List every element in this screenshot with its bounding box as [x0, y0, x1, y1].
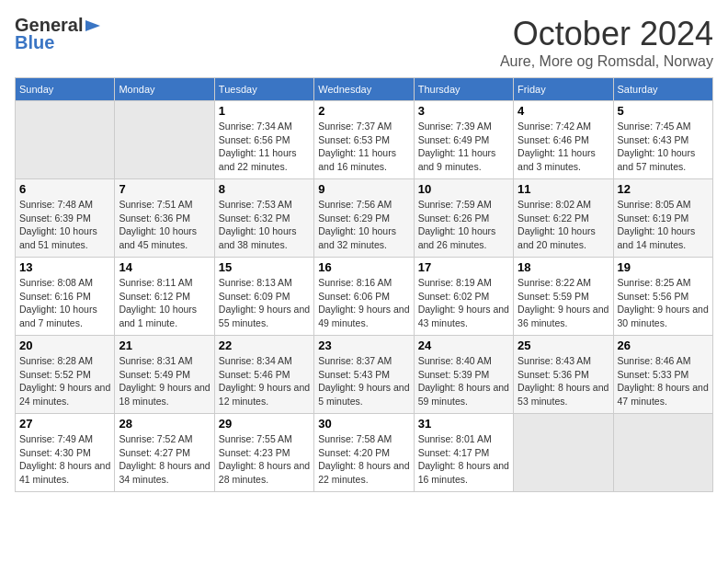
day-number: 29	[219, 417, 310, 431]
calendar-cell: 6Sunrise: 7:48 AM Sunset: 6:39 PM Daylig…	[16, 179, 115, 258]
day-info: Sunrise: 7:56 AM Sunset: 6:29 PM Dayligh…	[318, 198, 409, 252]
day-number: 28	[119, 417, 210, 431]
month-title: October 2024	[500, 15, 713, 53]
calendar-cell: 18Sunrise: 8:22 AM Sunset: 5:59 PM Dayli…	[514, 258, 613, 336]
day-number: 4	[518, 104, 609, 118]
calendar-cell: 30Sunrise: 7:58 AM Sunset: 4:20 PM Dayli…	[314, 414, 414, 492]
calendar-cell: 27Sunrise: 7:49 AM Sunset: 4:30 PM Dayli…	[16, 414, 115, 492]
day-info: Sunrise: 8:28 AM Sunset: 5:52 PM Dayligh…	[19, 354, 110, 408]
calendar-cell: 11Sunrise: 8:02 AM Sunset: 6:22 PM Dayli…	[514, 179, 613, 258]
day-info: Sunrise: 8:19 AM Sunset: 6:02 PM Dayligh…	[418, 276, 509, 330]
day-info: Sunrise: 8:46 AM Sunset: 5:33 PM Dayligh…	[618, 354, 709, 408]
day-number: 5	[618, 104, 709, 118]
day-info: Sunrise: 7:58 AM Sunset: 4:20 PM Dayligh…	[318, 432, 409, 487]
weekday-header-monday: Monday	[115, 78, 214, 101]
day-info: Sunrise: 7:53 AM Sunset: 6:32 PM Dayligh…	[219, 198, 310, 252]
day-number: 17	[418, 260, 509, 274]
day-info: Sunrise: 7:55 AM Sunset: 4:23 PM Dayligh…	[219, 432, 310, 487]
day-number: 16	[318, 260, 409, 274]
day-number: 20	[19, 339, 110, 352]
calendar-cell: 15Sunrise: 8:13 AM Sunset: 6:09 PM Dayli…	[214, 258, 313, 336]
day-info: Sunrise: 8:13 AM Sunset: 6:09 PM Dayligh…	[219, 276, 310, 330]
day-number: 19	[618, 260, 709, 274]
calendar-cell: 19Sunrise: 8:25 AM Sunset: 5:56 PM Dayli…	[613, 258, 712, 336]
day-info: Sunrise: 8:11 AM Sunset: 6:12 PM Dayligh…	[119, 276, 210, 330]
calendar-cell: 28Sunrise: 7:52 AM Sunset: 4:27 PM Dayli…	[115, 414, 214, 492]
calendar-cell: 3Sunrise: 7:39 AM Sunset: 6:49 PM Daylig…	[414, 101, 513, 179]
calendar-cell: 2Sunrise: 7:37 AM Sunset: 6:53 PM Daylig…	[314, 101, 414, 179]
weekday-header-sunday: Sunday	[16, 78, 115, 101]
day-info: Sunrise: 8:25 AM Sunset: 5:56 PM Dayligh…	[618, 276, 709, 330]
calendar-cell: 8Sunrise: 7:53 AM Sunset: 6:32 PM Daylig…	[214, 179, 313, 258]
calendar-cell: 5Sunrise: 7:45 AM Sunset: 6:43 PM Daylig…	[613, 101, 712, 179]
day-number: 23	[318, 339, 409, 352]
day-number: 30	[318, 417, 409, 431]
day-info: Sunrise: 8:37 AM Sunset: 5:43 PM Dayligh…	[318, 354, 409, 408]
calendar-cell: 7Sunrise: 7:51 AM Sunset: 6:36 PM Daylig…	[115, 179, 214, 258]
logo-flag-icon	[84, 18, 102, 33]
calendar-cell: 13Sunrise: 8:08 AM Sunset: 6:16 PM Dayli…	[16, 258, 115, 336]
calendar-cell: 23Sunrise: 8:37 AM Sunset: 5:43 PM Dayli…	[314, 336, 414, 414]
day-info: Sunrise: 7:48 AM Sunset: 6:39 PM Dayligh…	[19, 198, 110, 252]
day-number: 21	[119, 339, 210, 352]
calendar-cell: 24Sunrise: 8:40 AM Sunset: 5:39 PM Dayli…	[414, 336, 513, 414]
calendar-cell: 17Sunrise: 8:19 AM Sunset: 6:02 PM Dayli…	[414, 258, 513, 336]
day-info: Sunrise: 7:39 AM Sunset: 6:49 PM Dayligh…	[418, 120, 509, 174]
day-info: Sunrise: 8:22 AM Sunset: 5:59 PM Dayligh…	[518, 276, 609, 330]
day-info: Sunrise: 8:05 AM Sunset: 6:19 PM Dayligh…	[618, 198, 709, 252]
day-number: 22	[219, 339, 310, 352]
day-number: 26	[618, 339, 709, 352]
day-number: 18	[518, 260, 609, 274]
day-number: 11	[518, 182, 609, 196]
day-info: Sunrise: 7:42 AM Sunset: 6:46 PM Dayligh…	[518, 120, 609, 174]
day-number: 2	[318, 104, 409, 118]
svg-marker-0	[85, 20, 100, 31]
day-info: Sunrise: 7:49 AM Sunset: 4:30 PM Dayligh…	[19, 432, 110, 487]
weekday-header-tuesday: Tuesday	[214, 78, 313, 101]
calendar-cell: 12Sunrise: 8:05 AM Sunset: 6:19 PM Dayli…	[613, 179, 712, 258]
calendar-cell	[16, 101, 115, 179]
day-number: 15	[219, 260, 310, 274]
calendar-cell: 31Sunrise: 8:01 AM Sunset: 4:17 PM Dayli…	[414, 414, 513, 492]
calendar-cell: 25Sunrise: 8:43 AM Sunset: 5:36 PM Dayli…	[514, 336, 613, 414]
calendar-cell	[613, 414, 712, 492]
weekday-header-friday: Friday	[514, 78, 613, 101]
weekday-header-thursday: Thursday	[414, 78, 513, 101]
day-info: Sunrise: 8:34 AM Sunset: 5:46 PM Dayligh…	[219, 354, 310, 408]
calendar-cell: 29Sunrise: 7:55 AM Sunset: 4:23 PM Dayli…	[214, 414, 313, 492]
day-number: 10	[418, 182, 509, 196]
day-number: 3	[418, 104, 509, 118]
day-number: 14	[119, 260, 210, 274]
day-number: 25	[518, 339, 609, 352]
day-info: Sunrise: 8:01 AM Sunset: 4:17 PM Dayligh…	[418, 432, 509, 487]
day-number: 31	[418, 417, 509, 431]
day-number: 13	[19, 260, 110, 274]
day-info: Sunrise: 8:16 AM Sunset: 6:06 PM Dayligh…	[318, 276, 409, 330]
calendar-cell: 22Sunrise: 8:34 AM Sunset: 5:46 PM Dayli…	[214, 336, 313, 414]
calendar-cell: 4Sunrise: 7:42 AM Sunset: 6:46 PM Daylig…	[514, 101, 613, 179]
day-number: 8	[219, 182, 310, 196]
title-area: October 2024 Aure, More og Romsdal, Norw…	[500, 15, 713, 70]
day-info: Sunrise: 7:52 AM Sunset: 4:27 PM Dayligh…	[119, 432, 210, 487]
day-info: Sunrise: 7:51 AM Sunset: 6:36 PM Dayligh…	[119, 198, 210, 252]
calendar-cell: 16Sunrise: 8:16 AM Sunset: 6:06 PM Dayli…	[314, 258, 414, 336]
day-info: Sunrise: 7:59 AM Sunset: 6:26 PM Dayligh…	[418, 198, 509, 252]
calendar-cell: 26Sunrise: 8:46 AM Sunset: 5:33 PM Dayli…	[613, 336, 712, 414]
calendar-cell: 10Sunrise: 7:59 AM Sunset: 6:26 PM Dayli…	[414, 179, 513, 258]
day-number: 6	[19, 182, 110, 196]
calendar-cell: 1Sunrise: 7:34 AM Sunset: 6:56 PM Daylig…	[214, 101, 313, 179]
day-info: Sunrise: 8:43 AM Sunset: 5:36 PM Dayligh…	[518, 354, 609, 408]
calendar-cell: 21Sunrise: 8:31 AM Sunset: 5:49 PM Dayli…	[115, 336, 214, 414]
calendar-cell: 20Sunrise: 8:28 AM Sunset: 5:52 PM Dayli…	[16, 336, 115, 414]
day-info: Sunrise: 8:08 AM Sunset: 6:16 PM Dayligh…	[19, 276, 110, 330]
header: General Blue October 2024 Aure, More og …	[15, 15, 713, 70]
location-title: Aure, More og Romsdal, Norway	[500, 53, 713, 70]
day-number: 9	[318, 182, 409, 196]
day-info: Sunrise: 7:45 AM Sunset: 6:43 PM Dayligh…	[618, 120, 709, 174]
calendar-cell: 9Sunrise: 7:56 AM Sunset: 6:29 PM Daylig…	[314, 179, 414, 258]
day-info: Sunrise: 7:34 AM Sunset: 6:56 PM Dayligh…	[219, 120, 310, 174]
day-info: Sunrise: 7:37 AM Sunset: 6:53 PM Dayligh…	[318, 120, 409, 174]
day-number: 7	[119, 182, 210, 196]
logo: General Blue	[15, 15, 103, 53]
weekday-header-wednesday: Wednesday	[314, 78, 414, 101]
